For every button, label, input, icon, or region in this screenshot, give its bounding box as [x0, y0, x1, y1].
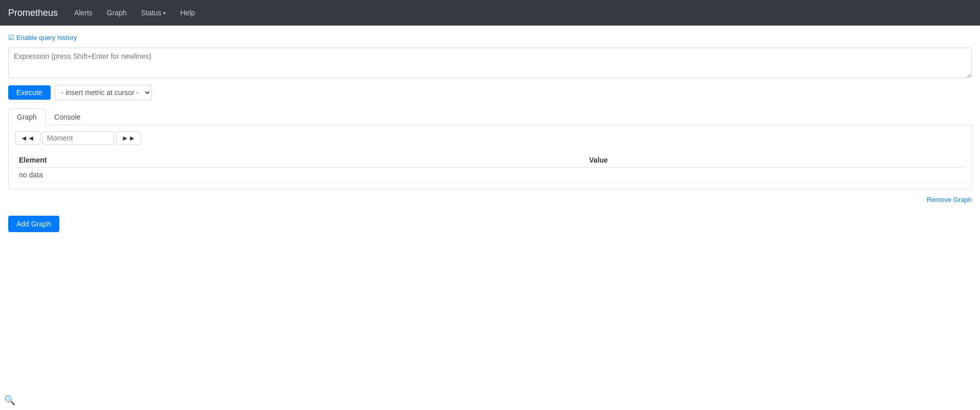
col-header-element: Element: [15, 153, 585, 168]
tab-content-graph: ◄◄ ►► Element Value no data: [8, 125, 972, 189]
no-data-cell: no data: [15, 168, 965, 183]
enable-query-history-link[interactable]: ☑ Enable query history: [8, 34, 972, 41]
tab-console[interactable]: Console: [46, 108, 89, 125]
graph-footer: Remove Graph: [8, 191, 972, 208]
chevron-down-icon: ▾: [163, 10, 166, 16]
toolbar-row: Execute - insert metric at cursor -: [8, 85, 972, 100]
nav-status-label: Status: [141, 9, 162, 17]
expression-input[interactable]: [8, 48, 972, 78]
next-time-button[interactable]: ►►: [116, 131, 142, 145]
no-data-row: no data: [15, 168, 965, 183]
nav-status-dropdown[interactable]: Status ▾: [135, 5, 172, 21]
nav-help[interactable]: Help: [174, 5, 201, 21]
moment-input[interactable]: [42, 131, 114, 145]
prev-time-button[interactable]: ◄◄: [15, 131, 40, 145]
nav-alerts[interactable]: Alerts: [68, 5, 99, 21]
graph-controls: ◄◄ ►►: [15, 131, 965, 145]
history-icon: ☑: [8, 34, 14, 41]
tabs-container: Graph Console: [8, 108, 972, 125]
col-header-value: Value: [585, 153, 965, 168]
tab-graph[interactable]: Graph: [8, 108, 46, 125]
add-graph-button[interactable]: Add Graph: [8, 216, 59, 232]
navbar: Prometheus Alerts Graph Status ▾ Help: [0, 0, 980, 26]
nav-graph[interactable]: Graph: [101, 5, 133, 21]
brand-link[interactable]: Prometheus: [8, 8, 58, 18]
metric-insert-select[interactable]: - insert metric at cursor -: [55, 85, 152, 100]
results-table: Element Value no data: [15, 153, 965, 183]
enable-history-label: Enable query history: [16, 34, 77, 41]
execute-button[interactable]: Execute: [8, 85, 51, 100]
main-content: ☑ Enable query history Execute - insert …: [0, 26, 980, 240]
remove-graph-link[interactable]: Remove Graph: [927, 196, 972, 203]
